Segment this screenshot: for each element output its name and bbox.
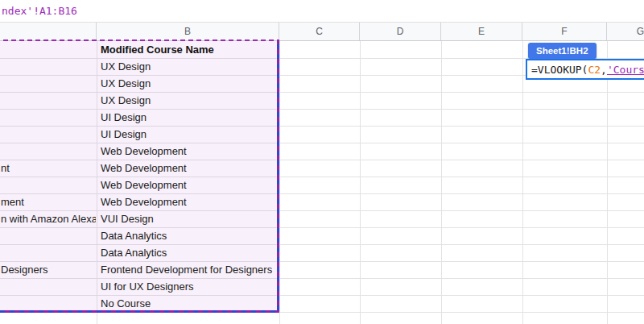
table-row[interactable]: n with Amazon Alexa VUI Design	[0, 210, 644, 227]
cell-column-a[interactable]	[1, 41, 96, 58]
table-row[interactable]: No Course	[0, 295, 644, 312]
cell-column-b[interactable]: UX Design	[101, 75, 279, 92]
cell-column-a[interactable]	[1, 295, 96, 312]
cell-column-b[interactable]: Web Development	[101, 160, 279, 177]
table-row[interactable]: Web Development	[0, 143, 644, 160]
cell-column-a[interactable]	[1, 75, 96, 92]
table-row[interactable]: UI Design	[0, 126, 644, 143]
cell-column-a[interactable]	[1, 244, 96, 261]
formula-token: ,	[601, 64, 607, 76]
formula-cell-editor[interactable]: =VLOOKUP(C2,'Course	[526, 59, 644, 80]
cell-column-b[interactable]: UI Design	[101, 109, 279, 126]
cell-column-b[interactable]: VUI Design	[101, 210, 279, 227]
cell-column-a[interactable]	[1, 109, 96, 126]
table-row[interactable]: Data Analytics	[0, 244, 644, 261]
cell-column-b[interactable]: Web Development	[101, 177, 279, 193]
table-row[interactable]: nt Web Development	[0, 160, 644, 177]
table-row[interactable]: UI for UX Designers	[0, 278, 644, 295]
column-header-a[interactable]	[0, 23, 97, 40]
cell-column-a[interactable]	[1, 143, 96, 160]
formula-bar-fragment[interactable]: ndex'!A1:B16	[2, 4, 77, 19]
column-header-D[interactable]: D	[360, 23, 441, 40]
cell-column-b[interactable]: Data Analytics	[101, 227, 279, 244]
cell-column-a[interactable]	[1, 92, 96, 109]
cell-column-a[interactable]: n with Amazon Alexa	[1, 210, 96, 227]
table-row[interactable]: Designers Frontend Development for Desig…	[0, 261, 644, 278]
cell-reference-badge: Sheet1!BH2	[528, 43, 597, 59]
column-header-B[interactable]: B	[97, 23, 279, 40]
spreadsheet-screen: ndex'!A1:B16 BCDEFG Modified Course Name…	[0, 0, 644, 324]
cell-column-b[interactable]: Web Development	[101, 143, 279, 160]
cell-column-b[interactable]: Web Development	[101, 193, 279, 210]
cell-column-b[interactable]: No Course	[101, 295, 279, 312]
table-row[interactable]: UX Design	[0, 92, 644, 109]
cell-column-b[interactable]: Data Analytics	[101, 244, 279, 261]
column-header-E[interactable]: E	[441, 23, 522, 40]
cell-column-a[interactable]	[1, 126, 96, 143]
formula-tokens: =VLOOKUP(C2,'Course	[531, 64, 644, 76]
table-row[interactable]: Data Analytics	[0, 227, 644, 244]
cell-column-a[interactable]	[1, 227, 96, 244]
formula-token: =VLOOKUP(	[531, 64, 588, 76]
cell-column-b[interactable]: UX Design	[101, 92, 279, 109]
cell-column-a[interactable]: nt	[1, 160, 96, 177]
table-row[interactable]: UI Design	[0, 109, 644, 126]
column-header-C[interactable]: C	[279, 23, 360, 40]
cell-column-b[interactable]: Frontend Development for Designers	[101, 261, 279, 278]
cell-column-b[interactable]: UX Design	[101, 58, 279, 75]
cell-column-b[interactable]: UI Design	[101, 126, 279, 143]
cell-column-b[interactable]: Modified Course Name	[101, 41, 279, 58]
cell-column-a[interactable]: ment	[1, 193, 96, 210]
cell-column-a[interactable]: Designers	[1, 261, 96, 278]
cell-column-a[interactable]	[1, 177, 96, 193]
table-row[interactable]: Web Development	[0, 177, 644, 193]
cell-column-a[interactable]	[1, 278, 96, 295]
table-row[interactable]: ment Web Development	[0, 193, 644, 210]
formula-token: C2	[588, 64, 601, 76]
column-header-G[interactable]: G	[607, 23, 644, 40]
formula-token: 'Course	[607, 64, 644, 76]
cell-column-b[interactable]: UI for UX Designers	[101, 278, 279, 295]
column-header-F[interactable]: F	[522, 23, 607, 40]
column-header-row: BCDEFG	[0, 22, 644, 41]
cell-column-a[interactable]	[1, 58, 96, 75]
